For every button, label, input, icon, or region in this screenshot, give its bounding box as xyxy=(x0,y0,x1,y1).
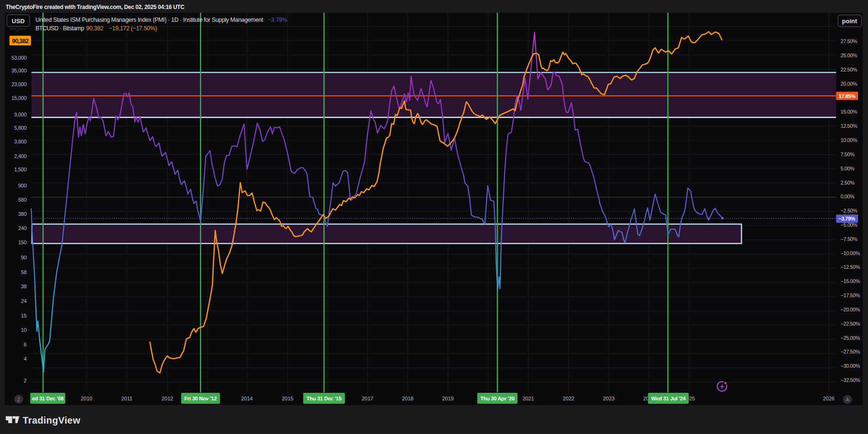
svg-text:17.85%: 17.85% xyxy=(839,93,856,99)
svg-text:15: 15 xyxy=(21,313,26,319)
svg-text:25.00%: 25.00% xyxy=(841,53,858,58)
svg-text:−19,172 (−17.50%): −19,172 (−17.50%) xyxy=(109,25,157,32)
svg-text:−2.50%: −2.50% xyxy=(841,208,858,213)
svg-text:90: 90 xyxy=(21,255,26,260)
svg-text:−7.50%: −7.50% xyxy=(841,236,858,242)
svg-text:−32.50%: −32.50% xyxy=(841,377,860,383)
svg-text:35,000: 35,000 xyxy=(11,68,26,73)
svg-text:90,382: 90,382 xyxy=(12,37,29,44)
svg-text:2021: 2021 xyxy=(523,396,534,401)
svg-text:ed 31 Dec '08: ed 31 Dec '08 xyxy=(32,396,64,401)
svg-text:−22.50%: −22.50% xyxy=(841,321,860,327)
svg-text:Z: Z xyxy=(17,397,20,402)
svg-text:240: 240 xyxy=(18,225,27,231)
svg-text:15,000: 15,000 xyxy=(11,95,26,101)
svg-text:150: 150 xyxy=(18,239,27,245)
svg-text:53,000: 53,000 xyxy=(11,55,26,61)
svg-text:−12.50%: −12.50% xyxy=(841,264,860,270)
svg-text:10.00%: 10.00% xyxy=(841,137,858,143)
svg-text:−10.00%: −10.00% xyxy=(841,250,860,256)
svg-text:58: 58 xyxy=(21,269,26,275)
svg-text:900: 900 xyxy=(18,183,27,188)
svg-text:6: 6 xyxy=(24,342,26,347)
svg-text:−15.00%: −15.00% xyxy=(841,278,860,284)
svg-text:2017: 2017 xyxy=(362,396,373,401)
svg-text:2012: 2012 xyxy=(162,396,173,401)
svg-text:−17.50%: −17.50% xyxy=(841,292,860,298)
svg-text:20.00%: 20.00% xyxy=(841,81,858,87)
svg-text:10: 10 xyxy=(21,327,26,333)
svg-text:23,000: 23,000 xyxy=(11,81,26,87)
svg-text:United States ISM Purchasing M: United States ISM Purchasing Managers In… xyxy=(35,17,263,23)
svg-text:−3.79%: −3.79% xyxy=(838,216,855,221)
svg-text:27.50%: 27.50% xyxy=(841,38,858,44)
svg-text:580: 580 xyxy=(18,197,27,203)
svg-text:1,500: 1,500 xyxy=(14,167,26,172)
svg-text:−30.00%: −30.00% xyxy=(841,363,860,369)
svg-text:−27.50%: −27.50% xyxy=(841,349,860,354)
svg-text:Fri 30 Nov '12: Fri 30 Nov '12 xyxy=(184,396,217,401)
svg-text:2018: 2018 xyxy=(402,396,413,401)
svg-text:38: 38 xyxy=(21,283,26,289)
svg-text:7.50%: 7.50% xyxy=(841,151,855,157)
svg-text:3,800: 3,800 xyxy=(14,139,26,144)
svg-text:TradingView: TradingView xyxy=(23,415,80,425)
svg-text:point: point xyxy=(842,18,857,25)
svg-text:4: 4 xyxy=(24,356,26,362)
svg-text:2,400: 2,400 xyxy=(14,153,26,159)
svg-text:Wed 31 Jul '24: Wed 31 Jul '24 xyxy=(651,396,686,401)
svg-text:−3.79%: −3.79% xyxy=(268,17,287,23)
svg-text:Thu 31 Dec '15: Thu 31 Dec '15 xyxy=(307,396,342,401)
svg-text:2026: 2026 xyxy=(823,396,834,401)
svg-text:2011: 2011 xyxy=(121,396,132,401)
svg-text:Thu 30 Apr '20: Thu 30 Apr '20 xyxy=(480,396,514,401)
svg-text:−20.00%: −20.00% xyxy=(841,307,860,312)
svg-text:TheCryptoFire created with Tra: TheCryptoFire created with TradingView.c… xyxy=(6,4,184,10)
svg-text:12.50%: 12.50% xyxy=(841,123,858,129)
svg-text:2: 2 xyxy=(24,378,26,383)
svg-text:USD: USD xyxy=(12,18,25,25)
svg-text:9,000: 9,000 xyxy=(14,112,26,117)
svg-text:BTCUSD · Bitstamp: BTCUSD · Bitstamp xyxy=(35,25,84,32)
svg-text:−25.00%: −25.00% xyxy=(841,335,860,341)
svg-text:5.00%: 5.00% xyxy=(841,166,855,171)
svg-text:A: A xyxy=(846,397,849,402)
svg-text:2023: 2023 xyxy=(603,396,614,401)
svg-text:90,382: 90,382 xyxy=(86,25,104,32)
svg-text:24: 24 xyxy=(21,298,26,304)
svg-text:2019: 2019 xyxy=(442,396,454,401)
svg-text:5,800: 5,800 xyxy=(14,125,26,131)
svg-text:0.00%: 0.00% xyxy=(841,194,855,199)
svg-text:2015: 2015 xyxy=(282,396,293,401)
svg-text:2022: 2022 xyxy=(563,396,574,401)
svg-text:2010: 2010 xyxy=(81,396,92,401)
svg-text:15.00%: 15.00% xyxy=(841,109,858,115)
svg-text:380: 380 xyxy=(18,211,27,217)
svg-text:22.50%: 22.50% xyxy=(841,67,858,72)
svg-text:2014: 2014 xyxy=(241,396,253,401)
svg-text:2.50%: 2.50% xyxy=(841,180,855,186)
